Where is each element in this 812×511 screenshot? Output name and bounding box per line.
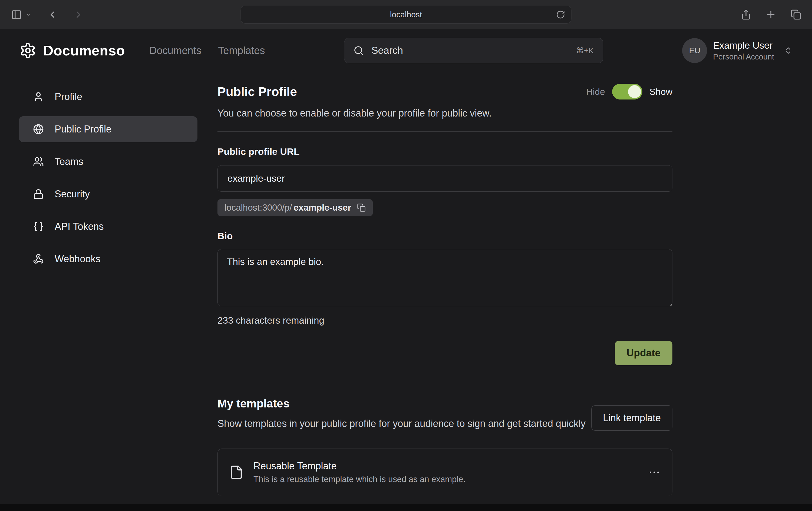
search-input[interactable] (371, 45, 569, 56)
account-name: Example User (713, 40, 774, 51)
profile-visibility-toggle[interactable] (612, 84, 642, 99)
sidebar-item-api-tokens[interactable]: API Tokens (19, 214, 198, 240)
search-shortcut: ⌘+K (576, 46, 594, 55)
bio-textarea[interactable]: This is an example bio. (218, 249, 672, 306)
sidebar-item-label: Security (55, 188, 90, 200)
users-icon (33, 156, 44, 167)
global-search[interactable]: ⌘+K (344, 38, 603, 63)
template-description: This is a reusable template which is use… (254, 475, 465, 484)
update-button[interactable]: Update (615, 341, 672, 365)
documenso-logo-icon (20, 42, 36, 59)
copy-icon[interactable] (357, 203, 366, 212)
toggle-label-show: Show (649, 87, 672, 97)
user-icon (33, 91, 44, 102)
address-bar-url: localhost (390, 10, 422, 19)
page-subtitle: You can choose to enable or disable your… (218, 108, 672, 119)
settings-sidebar: Profile Public Profile Teams Security AP… (19, 84, 198, 496)
template-name: Reusable Template (254, 460, 465, 472)
templates-section-description: Show templates in your public profile fo… (218, 417, 586, 431)
braces-icon (33, 221, 44, 232)
bio-field-label: Bio (218, 231, 672, 241)
sidebar-item-label: Webhooks (55, 253, 100, 265)
sidebar-item-teams[interactable]: Teams (19, 149, 198, 175)
template-card: Reusable Template This is a reusable tem… (218, 449, 672, 496)
account-type: Personal Account (713, 53, 774, 61)
url-field-label: Public profile URL (218, 146, 672, 157)
link-template-button[interactable]: Link template (591, 405, 672, 431)
forward-button[interactable] (73, 9, 84, 20)
webhook-icon (33, 253, 44, 264)
file-icon (229, 465, 244, 480)
back-button[interactable] (47, 9, 58, 20)
public-profile-url-input[interactable] (218, 165, 672, 192)
address-bar[interactable]: localhost (241, 6, 572, 24)
ellipsis-menu-icon[interactable] (648, 466, 661, 479)
sidebar-item-label: API Tokens (55, 221, 104, 232)
main-content: Public Profile Hide Show You can choose … (218, 84, 672, 496)
chevron-down-icon[interactable] (25, 11, 31, 18)
lock-icon (33, 189, 44, 200)
reload-icon[interactable] (556, 10, 565, 19)
tab-overview-icon[interactable] (790, 9, 801, 20)
window-bottom-edge (0, 504, 812, 511)
divider (218, 131, 672, 132)
sidebar-item-label: Profile (55, 91, 82, 102)
sidebar-item-label: Teams (55, 156, 83, 168)
profile-url-copy-chip[interactable]: localhost:3000/p/ example-user (218, 199, 373, 216)
share-icon[interactable] (741, 9, 751, 20)
sidebar-item-webhooks[interactable]: Webhooks (19, 246, 198, 272)
brand-name: Documenso (43, 42, 125, 59)
sidebar-toggle-icon[interactable] (11, 9, 22, 20)
app-header: Documenso Documents Templates ⌘+K EU Exa… (0, 29, 812, 72)
brand-logo[interactable]: Documenso (20, 42, 125, 59)
browser-toolbar: localhost (0, 0, 812, 29)
nav-documents[interactable]: Documents (149, 45, 201, 57)
nav-templates[interactable]: Templates (218, 45, 265, 57)
toggle-knob (628, 85, 641, 98)
sidebar-item-profile[interactable]: Profile (19, 84, 198, 110)
page-title: Public Profile (218, 84, 297, 99)
account-menu[interactable]: EU Example User Personal Account (682, 38, 792, 63)
avatar: EU (682, 38, 707, 63)
profile-url-slug: example-user (294, 203, 351, 213)
sidebar-item-security[interactable]: Security (19, 181, 198, 207)
sidebar-item-label: Public Profile (55, 124, 111, 135)
search-icon (353, 46, 364, 56)
chevrons-up-down-icon (784, 46, 792, 55)
sidebar-item-public-profile[interactable]: Public Profile (19, 116, 198, 142)
templates-section-title: My templates (218, 397, 586, 410)
profile-url-prefix: localhost:3000/p/ (225, 203, 292, 213)
globe-icon (33, 124, 44, 134)
visibility-toggle-group: Hide Show (586, 84, 672, 99)
characters-remaining: 233 characters remaining (218, 315, 672, 326)
toggle-label-hide: Hide (586, 87, 605, 97)
top-nav: Documents Templates (149, 45, 265, 57)
new-tab-icon[interactable] (765, 9, 776, 20)
